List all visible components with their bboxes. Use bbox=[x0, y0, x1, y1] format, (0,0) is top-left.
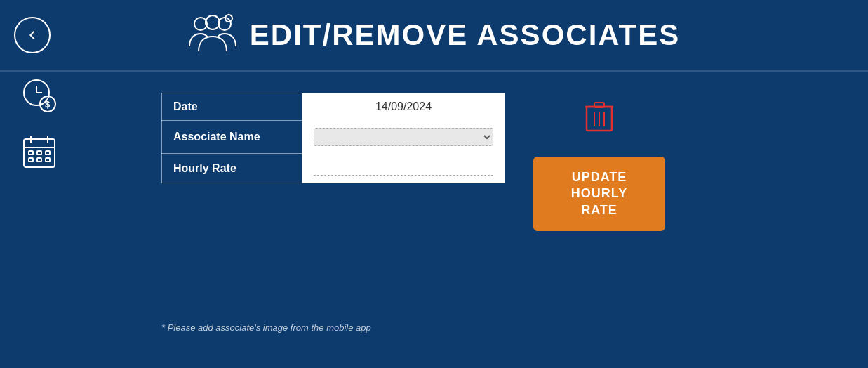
right-actions: UPDATE HOURLY RATE bbox=[533, 93, 665, 231]
svg-rect-11 bbox=[29, 151, 33, 155]
page-title: EDIT/REMOVE ASSOCIATES bbox=[250, 18, 680, 52]
associate-row: Associate Name bbox=[162, 121, 505, 154]
clock-dollar-icon[interactable]: $ bbox=[21, 77, 58, 114]
associate-label: Associate Name bbox=[162, 121, 302, 154]
date-row: Date 14/09/2024 bbox=[162, 93, 505, 121]
sidebar: $ bbox=[21, 77, 58, 170]
hourly-rate-label: Hourly Rate bbox=[162, 154, 302, 183]
svg-text:$: $ bbox=[45, 99, 51, 110]
associate-value-cell bbox=[302, 121, 505, 154]
form-table: Date 14/09/2024 Associate Name Hourly Ra… bbox=[161, 93, 505, 183]
delete-button[interactable] bbox=[585, 100, 613, 136]
hourly-rate-input[interactable] bbox=[314, 161, 493, 176]
header: EDIT/REMOVE ASSOCIATES bbox=[0, 0, 868, 72]
footer-note: * Please add associate's image from the … bbox=[161, 322, 371, 333]
update-hourly-rate-button[interactable]: UPDATE HOURLY RATE bbox=[533, 157, 665, 231]
svg-point-2 bbox=[206, 15, 220, 29]
svg-rect-12 bbox=[37, 151, 41, 155]
hourly-rate-value-cell bbox=[302, 154, 505, 183]
svg-rect-16 bbox=[46, 158, 50, 162]
back-button[interactable] bbox=[14, 17, 51, 53]
associate-dropdown[interactable] bbox=[314, 128, 493, 146]
main-content: Date 14/09/2024 Associate Name Hourly Ra… bbox=[0, 72, 868, 231]
calendar-icon[interactable] bbox=[21, 133, 58, 170]
date-value: 14/09/2024 bbox=[302, 93, 505, 121]
svg-rect-15 bbox=[37, 158, 41, 162]
svg-rect-13 bbox=[46, 151, 50, 155]
svg-rect-14 bbox=[29, 158, 33, 162]
associates-icon bbox=[188, 13, 237, 58]
hourly-rate-row: Hourly Rate bbox=[162, 154, 505, 183]
date-label: Date bbox=[162, 93, 302, 121]
